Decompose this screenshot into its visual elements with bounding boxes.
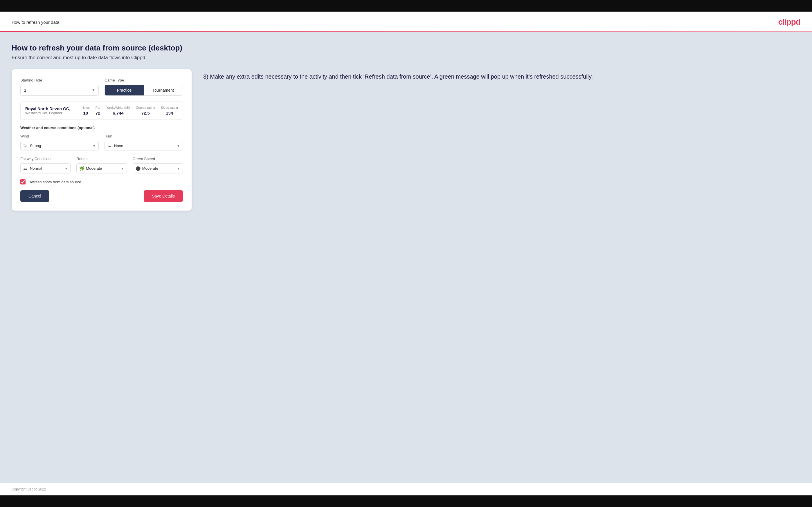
par-value: 72 — [96, 111, 100, 115]
rough-select-wrapper: 🌿 Moderate Light Heavy ▼ — [77, 163, 126, 173]
wind-group: Wind 🌬 Strong Mild None ▼ — [20, 134, 99, 151]
rain-label: Rain — [104, 134, 183, 138]
conditions-row: Fairway Conditions ⛰ Normal Soft Hard ▼ — [20, 157, 183, 173]
page-header: How to refresh your data clippd — [0, 12, 812, 27]
fairway-select[interactable]: Normal Soft Hard — [20, 163, 70, 173]
rain-select[interactable]: None Light Heavy — [104, 141, 183, 151]
page-title: How to refresh your data from source (de… — [12, 44, 800, 53]
game-type-label: Game Type — [104, 78, 183, 82]
page-subtitle: Ensure the correct and most up to date d… — [12, 55, 800, 61]
practice-button[interactable]: Practice — [105, 85, 144, 96]
starting-hole-group: Starting Hole 1 2 3 ▼ — [20, 78, 99, 96]
content-body: Starting Hole 1 2 3 ▼ Game Type — [12, 69, 800, 211]
fairway-select-wrapper: ⛰ Normal Soft Hard ▼ — [20, 163, 70, 173]
course-yards-stat: Yards/White (M)) 6,744 — [106, 106, 130, 115]
side-note: 3) Make any extra edits necessary to the… — [203, 69, 800, 81]
starting-hole-label: Starting Hole — [20, 78, 99, 82]
green-speed-select-wrapper: ⚫ Moderate Slow Fast ▼ — [133, 163, 183, 173]
wind-rain-row: Wind 🌬 Strong Mild None ▼ — [20, 134, 183, 151]
holes-value: 18 — [82, 111, 90, 115]
course-rating-label: Course rating — [136, 106, 155, 109]
game-type-toggle: Practice Tournament — [104, 85, 183, 96]
course-par-stat: Par 72 — [96, 106, 100, 115]
rain-select-wrapper: ☁ None Light Heavy ▼ — [104, 141, 183, 151]
tournament-button[interactable]: Tournament — [144, 85, 183, 96]
course-name: Royal North Devon GC, — [25, 106, 76, 111]
weather-section-title: Weather and course conditions (optional) — [20, 126, 183, 130]
course-location: Westward Ho!, England — [25, 111, 76, 115]
rough-select[interactable]: Moderate Light Heavy — [77, 163, 126, 173]
footer-text: Copyright Clippd 2022 — [12, 487, 46, 491]
green-speed-label: Green Speed — [133, 157, 183, 161]
course-rating-stat: Course rating 72.5 — [136, 106, 155, 115]
wind-select-wrapper: 🌬 Strong Mild None ▼ — [20, 141, 99, 151]
yards-value: 6,744 — [106, 111, 130, 115]
course-info-row: Royal North Devon GC, Westward Ho!, Engl… — [20, 102, 183, 120]
slope-rating-stat: Slope rating 134 — [161, 106, 178, 115]
par-label: Par — [96, 106, 100, 109]
content-area: How to refresh your data from source (de… — [0, 32, 812, 483]
refresh-checkbox[interactable] — [20, 179, 26, 184]
form-card: Starting Hole 1 2 3 ▼ Game Type — [12, 69, 192, 211]
header-title: How to refresh your data — [12, 20, 59, 25]
weather-section: Weather and course conditions (optional)… — [20, 126, 183, 173]
course-name-block: Royal North Devon GC, Westward Ho!, Engl… — [25, 106, 76, 115]
cancel-button[interactable]: Cancel — [20, 190, 49, 202]
buttons-row: Cancel Save Details — [20, 190, 183, 202]
course-holes-stat: Holes 18 — [82, 106, 90, 115]
bottom-bar — [0, 495, 812, 507]
rain-group: Rain ☁ None Light Heavy ▼ — [104, 134, 183, 151]
save-button[interactable]: Save Details — [144, 190, 183, 202]
refresh-checkbox-row: Refresh shots from data source — [20, 179, 183, 184]
slope-rating-value: 134 — [161, 111, 178, 115]
game-type-group: Game Type Practice Tournament — [104, 78, 183, 96]
page-footer: Copyright Clippd 2022 — [0, 483, 812, 495]
course-rating-value: 72.5 — [136, 111, 155, 115]
refresh-checkbox-label: Refresh shots from data source — [29, 180, 81, 184]
yards-label: Yards/White (M)) — [106, 106, 130, 109]
green-speed-group: Green Speed ⚫ Moderate Slow Fast ▼ — [133, 157, 183, 173]
wind-label: Wind — [20, 134, 99, 138]
holes-label: Holes — [82, 106, 90, 109]
green-speed-select[interactable]: Moderate Slow Fast — [133, 163, 183, 173]
side-note-text: 3) Make any extra edits necessary to the… — [203, 72, 800, 81]
logo: clippd — [778, 17, 800, 27]
rough-group: Rough 🌿 Moderate Light Heavy ▼ — [77, 157, 126, 173]
rough-label: Rough — [77, 157, 126, 161]
starting-hole-select-wrapper: 1 2 3 ▼ — [20, 85, 99, 96]
top-bar — [0, 0, 812, 12]
starting-hole-select[interactable]: 1 2 3 — [20, 85, 99, 96]
wind-select[interactable]: Strong Mild None — [20, 141, 99, 151]
top-form-row: Starting Hole 1 2 3 ▼ Game Type — [20, 78, 183, 96]
fairway-group: Fairway Conditions ⛰ Normal Soft Hard ▼ — [20, 157, 70, 173]
fairway-label: Fairway Conditions — [20, 157, 70, 161]
slope-rating-label: Slope rating — [161, 106, 178, 109]
